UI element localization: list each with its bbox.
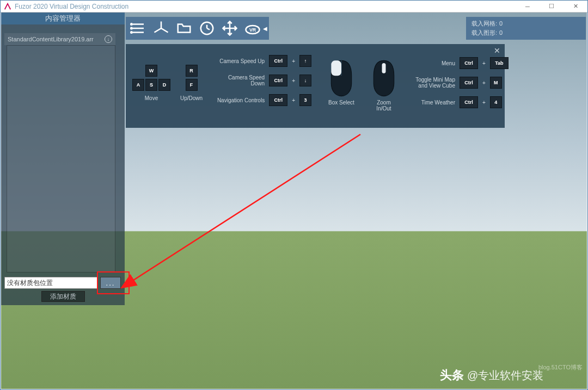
app-window: Fuzor 2020 Virtual Design Construction ─… <box>0 0 588 390</box>
svg-point-4 <box>131 28 132 29</box>
main-toolbar: VR <box>126 17 265 40</box>
svg-text:VR: VR <box>249 27 256 33</box>
key-tab: Tab <box>490 57 509 69</box>
vr-icon[interactable]: VR <box>244 20 261 36</box>
watermark-brand: 头条 @专业软件安装 <box>440 367 543 383</box>
content-manager-header: 内容管理器 <box>1 13 125 24</box>
key-4: 4 <box>490 96 502 108</box>
download-icon[interactable]: ↓ <box>105 35 112 43</box>
zoom-label: Zoom In/Out <box>376 100 391 112</box>
shortcut-col-left: Camera Speed Up Ctrl + ↑ Camera Speed Do… <box>215 55 311 106</box>
svg-line-11 <box>207 28 210 30</box>
key-d: D <box>158 79 170 91</box>
window-title: Fuzor 2020 Virtual Design Construction <box>15 3 516 10</box>
list-icon[interactable] <box>130 20 146 36</box>
key-a: A <box>132 79 144 91</box>
clock-icon[interactable] <box>199 20 215 36</box>
titlebar: Fuzor 2020 Virtual Design Construction ─… <box>1 1 587 13</box>
client-area: 内容管理器 StandardContentLibrary2019.arr ↓ 没… <box>1 13 587 389</box>
app-icon <box>4 3 11 10</box>
shapes-value: 0 <box>499 29 503 36</box>
grids-label: 载入网格: <box>471 20 497 27</box>
speed-down-label: Camera Speed Down <box>215 75 265 86</box>
svg-rect-18 <box>382 63 385 73</box>
shapes-label: 载入图形: <box>471 29 497 36</box>
key-s: S <box>145 79 157 91</box>
box-select-label: Box Select <box>328 100 354 106</box>
stats-panel: 载入网格:0 载入图形:0 <box>466 17 586 40</box>
add-material-button[interactable]: 添加材质 <box>41 291 85 302</box>
maximize-button[interactable]: ☐ <box>540 1 564 13</box>
minimap-label: Toggle Mini Map and View Cube <box>407 77 455 89</box>
library-name: StandardContentLibrary2019.arr <box>8 36 94 42</box>
grids-value: 0 <box>499 20 503 27</box>
axis-icon[interactable] <box>153 20 169 36</box>
key-f: F <box>186 79 198 91</box>
library-row[interactable]: StandardContentLibrary2019.arr ↓ <box>4 33 115 45</box>
svg-line-8 <box>155 28 162 33</box>
shortcut-col-right: Menu Ctrl + Tab Toggle Mini Map and View… <box>407 57 509 108</box>
mouse-group: Box Select Zoom In/Out <box>328 59 397 112</box>
browse-button[interactable]: ... <box>100 277 121 289</box>
rf-group: R F Up/Down <box>180 65 203 101</box>
material-path-input[interactable]: 没有材质包位置 <box>4 277 98 289</box>
controls-overlay: ✕ W A S D Move R F Up/Down <box>126 44 505 128</box>
mouse-zoom-icon <box>370 59 397 97</box>
move-label: Move <box>145 95 158 101</box>
nav-label: Navigation Controls <box>215 97 265 103</box>
folder-icon[interactable] <box>176 20 192 36</box>
key-r: R <box>186 65 198 77</box>
key-m: M <box>490 77 502 89</box>
wasd-group: W A S D Move <box>132 65 170 101</box>
key-down: ↓ <box>299 75 311 86</box>
svg-point-3 <box>131 23 132 25</box>
minimize-button[interactable]: ─ <box>516 1 540 13</box>
key-ctrl: Ctrl <box>269 55 287 67</box>
svg-point-5 <box>131 32 132 33</box>
time-label: Time Weather <box>407 100 455 106</box>
svg-rect-17 <box>331 60 341 76</box>
key-3: 3 <box>299 94 311 106</box>
speed-up-label: Camera Speed Up <box>215 58 265 64</box>
svg-line-7 <box>161 28 168 33</box>
mouse-boxselect-icon <box>328 59 355 97</box>
library-tree[interactable] <box>7 45 115 273</box>
move-icon[interactable] <box>222 20 238 36</box>
key-up: ↑ <box>299 55 311 67</box>
updown-label: Up/Down <box>180 95 203 101</box>
menu-label: Menu <box>407 60 455 66</box>
key-w: W <box>145 65 157 77</box>
close-button[interactable]: ✕ <box>564 1 587 13</box>
toolbar-collapse-handle[interactable]: ◀ <box>261 17 269 40</box>
watermark-blog: blog.51CTO博客 <box>538 363 583 372</box>
